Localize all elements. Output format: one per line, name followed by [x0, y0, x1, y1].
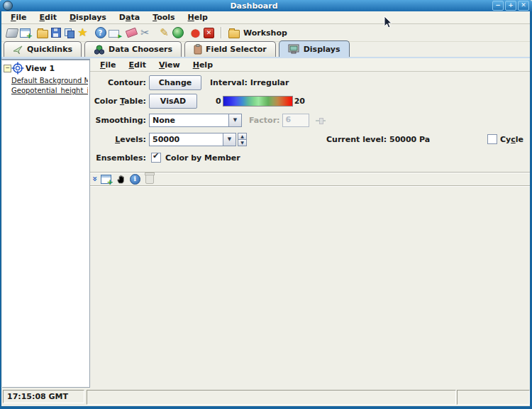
- color-table-row: Color Table: VisAD 0 20: [90, 94, 530, 108]
- save-copy-icon[interactable]: [62, 26, 76, 39]
- tab-label: Field Selector: [206, 45, 267, 54]
- levels-value: 50000: [150, 133, 223, 146]
- panel-menu-help[interactable]: Help: [187, 60, 219, 70]
- show-dashboard-icon[interactable]: [5, 26, 18, 39]
- contour-change-button[interactable]: Change: [149, 75, 201, 90]
- color-table-button[interactable]: VisAD: [149, 94, 197, 109]
- menu-tools[interactable]: Tools: [146, 12, 181, 23]
- favorites-star-icon[interactable]: ★: [76, 26, 89, 39]
- toolbar: ★ ? ✂ ✎ ● ✕ Workshop: [1, 24, 530, 42]
- exit-icon[interactable]: ✕: [202, 26, 216, 39]
- color-table-preview[interactable]: [223, 96, 293, 107]
- current-level-text: Current level: 50000 Pa: [326, 135, 430, 144]
- cycle-checkbox[interactable]: [487, 134, 497, 144]
- record-icon[interactable]: ●: [189, 26, 202, 39]
- titlebar[interactable]: Dashboard − + ✕: [0, 0, 532, 11]
- tab-label: Data Choosers: [109, 45, 172, 54]
- panel-menu-file[interactable]: File: [94, 60, 123, 70]
- cut-icon[interactable]: ✂: [138, 26, 152, 39]
- tab-quicklinks[interactable]: Quicklinks: [4, 41, 82, 57]
- view-label: View 1: [26, 64, 55, 73]
- main-menubar: File Edit Displays Data Tools Help: [1, 11, 530, 24]
- tab-label: Displays: [304, 45, 340, 54]
- tree-expander-icon[interactable]: −: [4, 65, 11, 72]
- color-range-min: 0: [216, 97, 221, 106]
- info-icon[interactable]: i: [130, 174, 140, 185]
- tabbar: Quicklinks Data Choosers Field Selector …: [1, 41, 530, 57]
- sidebar-item-geopotential-height[interactable]: Geopotential_height_is. ▶: [11, 87, 88, 94]
- check-icon: ✔: [153, 151, 159, 160]
- eraser-icon[interactable]: [125, 26, 138, 39]
- edit-pencil-icon[interactable]: ✎: [157, 26, 171, 39]
- app-icon: [3, 1, 13, 11]
- collapse-chevrons-icon[interactable]: »: [90, 176, 100, 182]
- color-table-label: Color Table:: [90, 97, 146, 106]
- contour-interval-text: Interval: Irregular: [210, 78, 289, 87]
- tab-displays[interactable]: Displays: [279, 40, 350, 57]
- smoothing-label: Smoothing:: [90, 116, 146, 125]
- workshop-label[interactable]: Workshop: [243, 28, 287, 38]
- levels-combobox[interactable]: 50000 ▼: [149, 133, 236, 146]
- memory-indicator-area: [457, 390, 530, 405]
- color-range-max: 20: [294, 97, 305, 106]
- move-hand-icon[interactable]: [116, 174, 127, 185]
- menu-edit[interactable]: Edit: [33, 12, 63, 23]
- menu-displays[interactable]: Displays: [63, 12, 113, 23]
- color-by-member-checkbox[interactable]: ✔: [151, 153, 161, 163]
- divider-top: [90, 172, 530, 173]
- combo-arrow-icon[interactable]: ▼: [228, 114, 241, 126]
- trash-icon[interactable]: [145, 174, 154, 184]
- color-by-member-label: Color by Member: [165, 153, 240, 163]
- combo-arrow-icon[interactable]: ▼: [223, 133, 235, 146]
- globe-icon[interactable]: [171, 26, 184, 39]
- tab-field-selector[interactable]: Field Selector: [184, 41, 276, 57]
- window-frame-bottom: [0, 406, 532, 409]
- sidebar-item-default-background-maps[interactable]: Default Background Maps: [11, 77, 88, 84]
- displays-icon: [288, 44, 300, 55]
- clock-display: 17:15:08 GMT: [3, 390, 84, 403]
- view-crosshair-icon: [11, 62, 24, 75]
- panel-menubar: File Edit View Help: [90, 58, 530, 72]
- save-icon[interactable]: [49, 26, 62, 39]
- ensembles-row: Ensembles: ✔ Color by Member: [90, 151, 530, 164]
- sidebar: − View 1 Default Background Maps Geopote…: [2, 60, 90, 388]
- contour-label: Contour:: [90, 78, 146, 87]
- statusbar: 17:15:08 GMT: [1, 388, 530, 406]
- smoothing-combobox[interactable]: None ▼: [149, 114, 242, 127]
- minimize-button[interactable]: −: [492, 1, 504, 11]
- help-icon[interactable]: ?: [94, 26, 107, 39]
- open-file-icon[interactable]: [35, 26, 49, 39]
- levels-label: Levels:: [90, 135, 146, 144]
- ensembles-label: Ensembles:: [90, 153, 146, 163]
- spin-down-icon: ▼: [238, 140, 247, 146]
- levels-spinner[interactable]: ▲ ▼: [238, 133, 247, 146]
- display-panel: File Edit View Help Contour: Change Inte…: [90, 60, 530, 388]
- toolbar-separator: [221, 27, 222, 38]
- tab-label: Quicklinks: [27, 45, 72, 54]
- menu-file[interactable]: File: [4, 12, 33, 23]
- quicklinks-icon: [13, 45, 23, 55]
- support-request-icon[interactable]: [107, 26, 121, 39]
- menu-help[interactable]: Help: [182, 12, 214, 23]
- window-title: Dashboard: [16, 1, 492, 11]
- panel-menu-edit[interactable]: Edit: [123, 60, 153, 70]
- tree-node-view1[interactable]: − View 1: [2, 62, 89, 75]
- close-button[interactable]: ✕: [518, 1, 529, 11]
- smoothing-value: None: [150, 114, 228, 126]
- field-selector-icon: [194, 44, 202, 55]
- undock-window-icon[interactable]: [101, 175, 111, 184]
- factor-slider-icon: [316, 118, 326, 123]
- factor-field: 6: [282, 114, 309, 127]
- workshop-folder-icon[interactable]: [227, 26, 240, 39]
- maximize-button[interactable]: +: [505, 1, 516, 11]
- tab-data-choosers[interactable]: Data Choosers: [84, 41, 182, 57]
- menu-data[interactable]: Data: [113, 12, 146, 23]
- window-frame-left: [0, 11, 1, 409]
- panel-menu-view[interactable]: View: [153, 60, 187, 70]
- contour-row: Contour: Change Interval: Irregular: [90, 75, 530, 89]
- smoothing-row: Smoothing: None ▼ Factor: 6: [90, 113, 530, 127]
- factor-label: Factor:: [249, 116, 279, 125]
- status-message-area: [87, 390, 456, 405]
- new-window-icon[interactable]: [18, 26, 32, 39]
- divider-bottom: [90, 185, 530, 186]
